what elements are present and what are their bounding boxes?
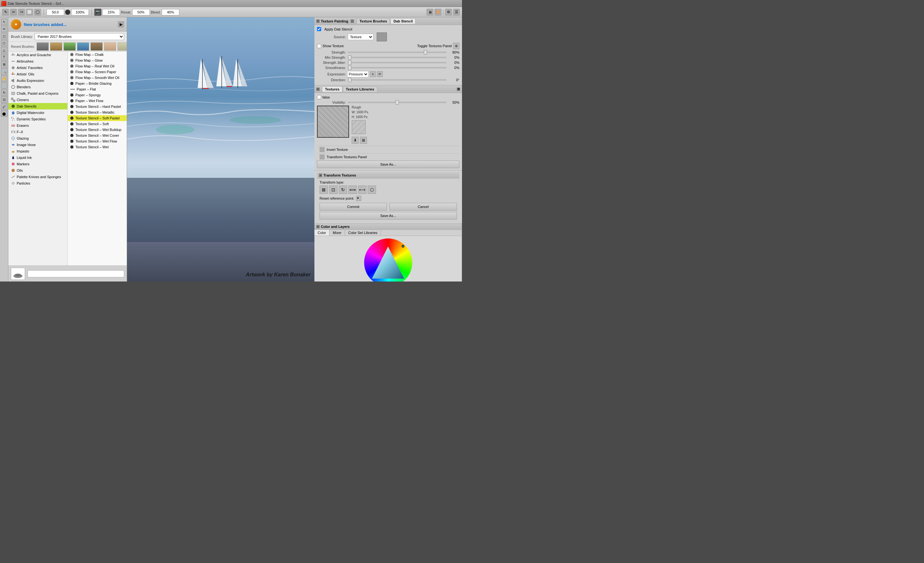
pen-tool[interactable]: 🖊 <box>1 104 8 110</box>
category-airbrushes[interactable]: Airbrushes <box>8 58 68 65</box>
transform-btn-3[interactable]: ↻ <box>339 186 347 194</box>
tab-texture-brushes[interactable]: Texture Brushes <box>357 18 390 24</box>
visibility-slider[interactable] <box>348 102 446 103</box>
size-input[interactable]: 50.0 <box>46 9 64 15</box>
source-select[interactable]: Texture <box>348 34 374 40</box>
recent-brush-5[interactable] <box>90 42 103 51</box>
shape-tool[interactable]: △ <box>1 47 8 53</box>
texture-painting-expand[interactable]: □ <box>351 20 354 23</box>
brush-paper-bristle[interactable]: Paper – Bristle Glazing <box>68 81 127 86</box>
texture-preview-main[interactable] <box>317 106 349 138</box>
texture-preview-small[interactable] <box>352 120 366 134</box>
tool-icon-5[interactable]: ◯ <box>34 9 41 16</box>
bleed-input[interactable] <box>162 9 179 15</box>
textures-show-checkbox[interactable] <box>317 95 321 99</box>
hand-tool[interactable]: ✋ <box>1 75 8 81</box>
category-dynamic-speckles[interactable]: Dynamic Speckles <box>8 116 68 122</box>
transform-close[interactable]: × <box>319 174 322 177</box>
textures-expand[interactable]: ⊞ <box>457 88 460 91</box>
tab-color[interactable]: Color <box>314 230 330 236</box>
expression-select[interactable]: Pressure <box>347 71 369 77</box>
texture-download-btn[interactable]: ⬇ <box>352 137 359 144</box>
brush-ts-wet-flow[interactable]: Texture Stencil – Wet Flow <box>68 138 127 144</box>
category-glazing[interactable]: Glazing <box>8 135 68 141</box>
category-oils[interactable]: Oils <box>8 167 68 174</box>
tab-mixer[interactable]: Mixer <box>330 230 345 236</box>
brush-flow-real-wet-oil[interactable]: Flow Map – Real Wet Oil <box>68 63 127 69</box>
textures-close[interactable]: × <box>316 88 320 91</box>
category-image-hose[interactable]: Image Hose <box>8 141 68 148</box>
color-wheel[interactable] <box>364 239 412 281</box>
brush-ts-wet-cover[interactable]: Texture Stencil – Wet Cover <box>68 132 127 138</box>
color-triangle[interactable] <box>372 246 404 279</box>
transform-btn-5[interactable]: ⟷ <box>358 186 366 194</box>
smoothness-slider[interactable] <box>348 67 446 68</box>
crop-tool[interactable]: ⊞ <box>1 61 8 68</box>
direction-slider[interactable] <box>348 79 446 81</box>
tool-icon-4[interactable]: ⬜ <box>26 9 33 16</box>
textures-save-as-btn[interactable]: Save As... <box>317 161 459 168</box>
wand-tool[interactable]: ⬤ <box>1 110 8 117</box>
transform-btn-4[interactable]: ⟺ <box>348 186 357 194</box>
gear-icon[interactable]: ☰ <box>453 9 460 16</box>
category-digital-watercolor[interactable]: Digital Watercolor <box>8 110 68 116</box>
opacity-input[interactable]: 100% <box>71 9 89 15</box>
category-liquid-ink[interactable]: Liquid Ink <box>8 155 68 161</box>
category-dab-stencils[interactable]: Dab Stencils <box>8 103 68 110</box>
brush-tool[interactable]: ✏ <box>1 26 8 32</box>
brush-flow-screen-paper[interactable]: Flow Map – Screen Paper <box>68 69 127 75</box>
category-palette-knives[interactable]: Palette Knives and Sponges <box>8 174 68 180</box>
category-chalk[interactable]: Chalk, Pastel and Crayons <box>8 90 68 97</box>
tab-dab-stencil[interactable]: Dab Stencil <box>390 18 416 24</box>
category-cloners[interactable]: Cloners <box>8 97 68 103</box>
recent-brush-1[interactable] <box>37 42 49 51</box>
tool-icon-3[interactable]: ↪ <box>18 9 25 16</box>
show-texture-checkbox[interactable] <box>317 44 321 48</box>
toggle-textures-gear[interactable]: ⚙ <box>453 43 459 49</box>
brush-flow-chalk[interactable]: Flow Map – Chalk <box>68 52 127 57</box>
texture-painting-close[interactable]: × <box>316 20 320 23</box>
select-tool[interactable]: ↖ <box>1 19 8 25</box>
text-tool[interactable]: T <box>1 54 8 60</box>
eraser-tool[interactable]: ◻ <box>1 33 8 39</box>
apply-dab-stencil-checkbox[interactable] <box>317 27 321 31</box>
min-strength-slider[interactable] <box>348 57 446 58</box>
brush-ts-metallic[interactable]: Texture Stencil – Metallic <box>68 110 127 115</box>
category-acrylics[interactable]: Acrylics and Gouache <box>8 52 68 58</box>
brush-ts-hard-pastel[interactable]: Texture Stencil – Hard Pastel <box>68 104 127 110</box>
strength-jitter-slider[interactable] <box>348 62 446 63</box>
category-blenders[interactable]: Blenders <box>8 84 68 90</box>
palette-icon[interactable]: 🎨 <box>434 9 441 16</box>
search-input[interactable] <box>28 270 124 277</box>
cancel-button[interactable]: Cancel <box>390 203 457 210</box>
expression-btn-1[interactable]: ≡ <box>370 71 376 77</box>
category-particles[interactable]: Particles <box>8 180 68 186</box>
brush-ts-soft-pastel[interactable]: Texture Stencil – Soft Pastel <box>68 115 127 121</box>
tab-color-set-libraries[interactable]: Color Set Libraries <box>345 230 381 236</box>
recent-brush-7[interactable] <box>117 42 127 51</box>
transform-save-as-btn[interactable]: Save As... <box>320 212 457 219</box>
category-artists-oils[interactable]: Artists' Oils <box>8 71 68 77</box>
brush-panel-expand[interactable]: ▶ <box>118 21 124 28</box>
tool-icon-2[interactable]: ↩ <box>10 9 17 16</box>
transform-label[interactable]: Transform Textures Panel <box>327 155 367 159</box>
monitor-icon[interactable]: 🖥 <box>426 9 434 16</box>
category-erasers[interactable]: Erasers <box>8 122 68 129</box>
recent-brush-6[interactable] <box>104 42 116 51</box>
eyedrop-tool[interactable]: 💉 <box>1 82 8 89</box>
reset-ref-icon[interactable]: ✦ <box>356 196 361 201</box>
brush-paper-wet-flow[interactable]: Paper – Wet Flow <box>68 98 127 104</box>
texture-grid-btn[interactable]: ⊞ <box>360 137 367 144</box>
painting-canvas[interactable]: Artwork by Karen Bonaker <box>127 17 314 281</box>
brush-ts-soft[interactable]: Texture Stencil – Soft <box>68 121 127 127</box>
category-audio[interactable]: Audio Expression <box>8 77 68 84</box>
brush-library-select[interactable]: Painter 2017 Brushes <box>34 33 124 40</box>
recent-brush-3[interactable] <box>63 42 76 51</box>
brush-ts-wet-buildup[interactable]: Texture Stencil – Wet Buildup <box>68 127 127 132</box>
tab-texture-libraries[interactable]: Texture Libraries <box>343 86 377 92</box>
recent-brush-2[interactable] <box>50 42 62 51</box>
settings-icon-2[interactable]: ⚙ <box>445 9 452 16</box>
tab-textures[interactable]: Textures <box>322 86 342 92</box>
canvas-area[interactable]: Artwork by Karen Bonaker <box>127 17 314 281</box>
tool-icon-1[interactable]: ✎ <box>2 9 9 16</box>
